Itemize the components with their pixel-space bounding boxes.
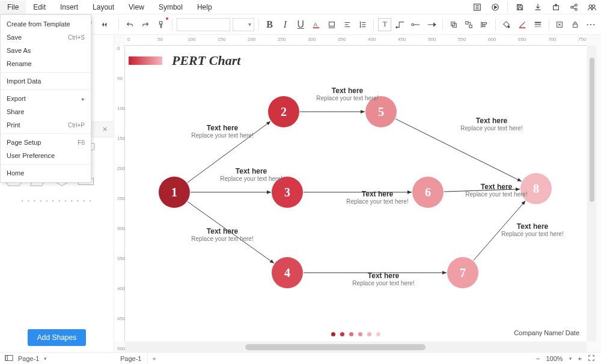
add-page-button[interactable]: + <box>148 355 160 362</box>
format-painter-icon[interactable] <box>154 18 168 31</box>
more-icon[interactable]: ⋯ <box>584 18 597 31</box>
align-objects-icon[interactable] <box>478 18 491 31</box>
pert-node-2[interactable]: 2 <box>268 96 299 127</box>
file-menu-dropdown: Create from TemplateSaveCtrl+SSave AsRen… <box>0 14 91 183</box>
text-tool-icon[interactable]: T <box>378 18 391 31</box>
font-size-select[interactable]: ▾ <box>233 18 254 31</box>
redo-icon[interactable] <box>139 18 152 31</box>
svg-rect-17 <box>313 27 320 28</box>
line-start-icon[interactable] <box>409 18 423 31</box>
title-accent <box>129 56 162 65</box>
page-dropdown-icon[interactable]: ▾ <box>44 356 47 362</box>
svg-text:A: A <box>314 20 318 27</box>
font-family-select[interactable] <box>177 18 230 31</box>
pages-icon[interactable] <box>5 354 13 363</box>
lock-icon[interactable] <box>569 18 582 31</box>
add-shapes-button[interactable]: Add Shapes <box>28 329 86 346</box>
collapse-icon[interactable] <box>97 18 111 31</box>
line-spacing-icon[interactable] <box>356 18 370 31</box>
save-icon[interactable] <box>514 1 526 13</box>
italic-icon[interactable]: I <box>279 18 292 31</box>
edge-label[interactable]: Text hereReplace your text here! <box>341 271 426 287</box>
edge-label[interactable]: Text hereReplace your text here! <box>490 222 575 237</box>
vertical-scrollbar[interactable] <box>588 46 596 341</box>
current-page[interactable]: Page-1 <box>18 355 39 362</box>
edge-label[interactable]: Text hereReplace your text here! <box>209 167 293 182</box>
svg-rect-34 <box>469 25 472 27</box>
edge-label[interactable]: Text hereReplace your text here! <box>180 227 264 242</box>
edge-label[interactable]: Text hereReplace your text here! <box>335 190 419 205</box>
footer-dots <box>331 332 380 336</box>
file-menu-home[interactable]: Home <box>1 166 91 180</box>
menu-edit[interactable]: Edit <box>26 1 53 14</box>
file-menu-save[interactable]: SaveCtrl+S <box>1 31 91 44</box>
list-icon[interactable] <box>471 1 483 13</box>
group-icon[interactable] <box>463 18 476 31</box>
fill-color-icon[interactable] <box>500 18 513 31</box>
underline-icon[interactable]: U <box>294 18 307 31</box>
users-icon[interactable] <box>586 1 598 13</box>
svg-rect-33 <box>466 21 468 23</box>
file-menu-print[interactable]: PrintCtrl+P <box>1 118 91 132</box>
menu-insert[interactable]: Insert <box>53 1 85 14</box>
zoom-in-button[interactable]: + <box>578 355 582 362</box>
canvas[interactable]: PERT Chart Company Name/ Date 12536847Te… <box>125 46 587 341</box>
file-menu-create-from-template[interactable]: Create from Template <box>1 17 91 31</box>
line-color-icon[interactable] <box>516 18 529 31</box>
svg-rect-7 <box>518 7 521 10</box>
edge-label[interactable]: Text hereReplace your text here! <box>180 124 264 139</box>
edge-label[interactable]: Text hereReplace your text here! <box>305 86 389 102</box>
pert-node-1[interactable]: 1 <box>159 177 190 208</box>
menu-layout[interactable]: Layout <box>85 1 121 14</box>
edge-label[interactable]: Text hereReplace your text here! <box>454 183 538 198</box>
close-icon[interactable]: ✕ <box>102 126 108 133</box>
svg-rect-18 <box>329 22 335 26</box>
fullscreen-icon[interactable] <box>588 354 595 363</box>
svg-rect-6 <box>518 4 520 6</box>
more-indicator: • • • • • • • • • • • • <box>5 193 109 209</box>
file-menu-user-preference[interactable]: User Preference <box>1 149 91 162</box>
svg-line-13 <box>573 7 575 8</box>
svg-rect-37 <box>483 25 485 26</box>
menu-symbol[interactable]: Symbol <box>151 1 190 14</box>
file-menu-rename[interactable]: Rename <box>1 57 91 70</box>
connector-icon[interactable] <box>394 18 407 31</box>
undo-icon[interactable] <box>123 18 136 31</box>
file-menu-import-data[interactable]: Import Data <box>1 74 91 88</box>
pert-node-4[interactable]: 4 <box>272 257 303 288</box>
menu-help[interactable]: Help <box>190 1 219 14</box>
font-color-icon[interactable]: A <box>310 18 323 31</box>
line-style-icon[interactable] <box>531 18 545 31</box>
line-end-icon[interactable] <box>425 18 438 31</box>
export-icon[interactable] <box>550 1 562 13</box>
svg-rect-36 <box>483 22 487 24</box>
menu-file[interactable]: File <box>0 1 26 14</box>
pert-node-7[interactable]: 7 <box>447 257 478 288</box>
canvas-area: 0501001502002503003504004505005506006507… <box>114 35 601 352</box>
svg-rect-99 <box>5 355 8 360</box>
to-front-icon[interactable] <box>447 18 460 31</box>
horizontal-scrollbar[interactable] <box>125 342 587 352</box>
bold-icon[interactable]: B <box>263 18 276 31</box>
edge-label[interactable]: Text hereReplace your text here! <box>450 117 534 132</box>
svg-point-15 <box>592 5 594 7</box>
share-icon[interactable] <box>568 1 580 13</box>
svg-rect-45 <box>573 24 578 27</box>
file-menu-share[interactable]: Share <box>1 105 91 118</box>
clear-format-icon[interactable] <box>554 18 567 31</box>
download-icon[interactable] <box>532 1 544 13</box>
page-tab[interactable]: Page-1 <box>114 353 148 365</box>
file-menu-page-setup[interactable]: Page SetupF6 <box>1 136 91 149</box>
zoom-out-button[interactable]: − <box>536 355 540 362</box>
horizontal-ruler: 0501001502002503003504004505005506006507… <box>125 35 587 46</box>
highlight-icon[interactable] <box>325 18 338 31</box>
menu-view[interactable]: View <box>121 1 151 14</box>
play-icon[interactable] <box>489 1 501 13</box>
zoom-dropdown-icon[interactable]: ▾ <box>569 356 572 362</box>
svg-point-9 <box>571 6 573 8</box>
svg-rect-38 <box>519 27 526 28</box>
file-menu-export[interactable]: Export▸ <box>1 92 91 105</box>
svg-point-14 <box>589 5 591 7</box>
file-menu-save-as[interactable]: Save As <box>1 44 91 57</box>
align-icon[interactable] <box>341 18 354 31</box>
